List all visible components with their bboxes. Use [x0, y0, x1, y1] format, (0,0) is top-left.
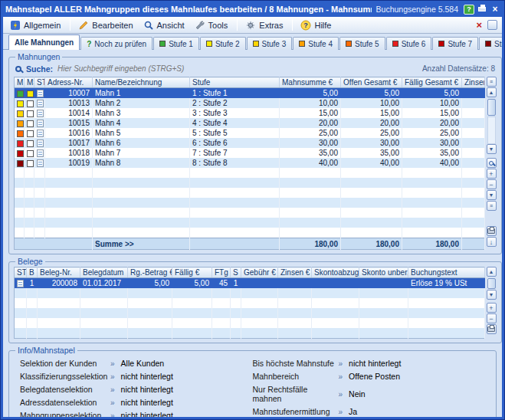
beleg-row[interactable]: 120000801.01.20175,005,00451Erlöse 19 % … [15, 278, 485, 289]
column-header[interactable]: Adress-Nr. [45, 77, 93, 88]
scroll-up-icon[interactable]: ▲ [487, 87, 497, 97]
menu-hilfe[interactable]: ? Hilfe [297, 18, 336, 32]
column-header[interactable]: Stufe [190, 77, 280, 88]
tab-alle-mahnungen[interactable]: Alle Mahnungen [8, 34, 80, 50]
empty-cell [15, 308, 27, 318]
empty-cell [312, 318, 359, 328]
menu-allgemein[interactable]: Allgemein [6, 18, 66, 32]
empty-cell [402, 178, 462, 188]
empty-cell [212, 308, 231, 318]
column-header[interactable]: Mahnsumme € [280, 77, 341, 88]
empty-cell [172, 328, 212, 339]
scrollbar-thumb[interactable] [487, 99, 496, 116]
list-icon[interactable]: ≡ [487, 201, 497, 211]
info-column-right: Bis höchste Mahnstufe»nicht hinterlegtMa… [253, 359, 486, 417]
column-header[interactable]: Gebühr € [241, 267, 278, 278]
column-header[interactable]: Zinsen € [278, 267, 312, 278]
cell-mahnsumme: 20,00 [280, 118, 341, 128]
tab-label: Stufe 6 [402, 40, 426, 48]
column-header[interactable]: Skontoabzug € [312, 267, 359, 278]
scroll-up-icon[interactable]: ▲ [487, 267, 497, 277]
column-header[interactable]: Belegdatum [80, 267, 128, 278]
column-header[interactable]: B [27, 267, 38, 278]
column-header[interactable]: Fällig Gesamt € [402, 77, 462, 88]
scrollbar-track[interactable] [487, 116, 496, 144]
ms-indicator-icon [27, 110, 34, 117]
remove-icon[interactable]: − [487, 179, 497, 189]
scrollbar-thumb[interactable] [487, 278, 496, 289]
mahnung-row[interactable]: 10019Mahn 88 : Stufe 840,0040,0040,00 [15, 158, 485, 168]
mahnung-row[interactable]: 10007Mahn 11 : Stufe 15,005,005,00 [15, 88, 485, 99]
mahnung-row[interactable]: 10016Mahn 55 : Stufe 525,0025,0025,00 [15, 128, 485, 138]
mahnung-row[interactable]: 10014Mahn 33 : Stufe 315,0015,0015,00 [15, 108, 485, 118]
mahnung-row[interactable]: 10017Mahn 66 : Stufe 630,0030,0030,00 [15, 138, 485, 148]
tab-stufe-1[interactable]: Stufe 1 [153, 37, 199, 50]
cell-st [34, 128, 45, 138]
close-form-icon[interactable]: × [471, 19, 487, 31]
column-header[interactable]: Zinsen [462, 77, 485, 88]
column-header[interactable]: Buchungstext [408, 267, 485, 278]
info-row: Bis höchste Mahnstufe»nicht hinterlegt [253, 359, 486, 368]
search-row: Suche: Anzahl Datensätze: 8 [14, 62, 497, 75]
empty-cell [231, 318, 241, 328]
add-icon[interactable]: + [487, 169, 497, 179]
column-header[interactable]: Rg.-Betrag € [128, 267, 172, 278]
column-header[interactable]: Skonto unber. € [359, 267, 408, 278]
column-header[interactable]: Beleg-Nr. [38, 267, 80, 278]
zoom-icon[interactable] [487, 158, 497, 168]
mahnung-row[interactable]: 10015Mahn 44 : Stufe 420,0020,0020,00 [15, 118, 485, 128]
print-icon[interactable] [477, 5, 487, 15]
remove-icon[interactable]: − [487, 313, 497, 323]
tab-stufe-4[interactable]: Stufe 4 [293, 37, 339, 50]
cell-adress-nr: 10018 [45, 148, 93, 158]
info-value: nicht hinterlegt [349, 359, 401, 368]
column-header[interactable]: S [231, 267, 241, 278]
column-header[interactable]: Offen Gesamt € [341, 77, 402, 88]
scroll-down-icon[interactable]: ▼ [487, 290, 497, 300]
mahnung-row[interactable]: 10013Mahn 22 : Stufe 210,0010,0010,00 [15, 98, 485, 108]
menu-tools[interactable]: Tools [191, 18, 234, 32]
gear-icon [245, 20, 256, 31]
print-grid-icon[interactable] [487, 324, 497, 334]
scroll-down-icon[interactable]: ▼ [487, 144, 497, 154]
menu-bearbeiten[interactable]: Bearbeiten [74, 18, 138, 32]
empty-cell [128, 308, 172, 318]
tab-noch-zu-pr-fen[interactable]: ?Noch zu prüfen [80, 37, 152, 50]
tab-stufe-3[interactable]: Stufe 3 [247, 37, 293, 50]
info-row: Klassifizierungsselektion»nicht hinterle… [20, 372, 253, 381]
export-icon[interactable]: ↓ [487, 237, 497, 247]
tab-stufe-5[interactable]: Stufe 5 [339, 37, 385, 50]
cell-zinsen [462, 128, 485, 138]
tab-stufe-7[interactable]: Stufe 7 [432, 37, 478, 50]
tab-stufe-8[interactable]: Stufe 8 [479, 37, 502, 50]
menu-extras[interactable]: Extras [241, 18, 288, 32]
print-grid-icon[interactable] [487, 226, 497, 236]
pin-icon[interactable] [487, 20, 497, 30]
search-input[interactable] [57, 64, 418, 73]
mahnung-row[interactable]: 10018Mahn 77 : Stufe 735,0035,0035,00 [15, 148, 485, 158]
column-header[interactable]: FTg [212, 267, 231, 278]
cell-faellig-gesamt: 10,00 [402, 98, 462, 108]
info-row: Mahnstufenermittlung»Ja [253, 407, 486, 416]
column-header[interactable]: MS [25, 77, 34, 88]
column-header[interactable]: Name/Bezeichnung [93, 77, 190, 88]
empty-cell [93, 198, 190, 208]
empty-cell [25, 228, 34, 238]
help-icon[interactable]: ? [464, 5, 474, 15]
column-header[interactable]: ST [34, 77, 45, 88]
tab-stufe-2[interactable]: Stufe 2 [200, 37, 246, 50]
grid-options-icon[interactable]: ≡ [487, 77, 497, 87]
menu-ansicht[interactable]: Ansicht [139, 18, 190, 32]
close-icon[interactable]: × [490, 5, 500, 15]
cell-m [15, 148, 25, 158]
filter-icon[interactable]: ▼ [487, 190, 497, 200]
empty-cell [359, 288, 408, 298]
tab-stufe-6[interactable]: Stufe 6 [386, 37, 432, 50]
column-header[interactable]: ST [15, 267, 27, 278]
stufe-color-icon [346, 41, 352, 47]
engine-version-label: Buchungsengine 5.584 [376, 5, 458, 14]
column-header[interactable]: M [15, 77, 25, 88]
add-icon[interactable]: + [487, 303, 497, 313]
document-icon [37, 90, 44, 97]
column-header[interactable]: Fällig € [172, 267, 212, 278]
